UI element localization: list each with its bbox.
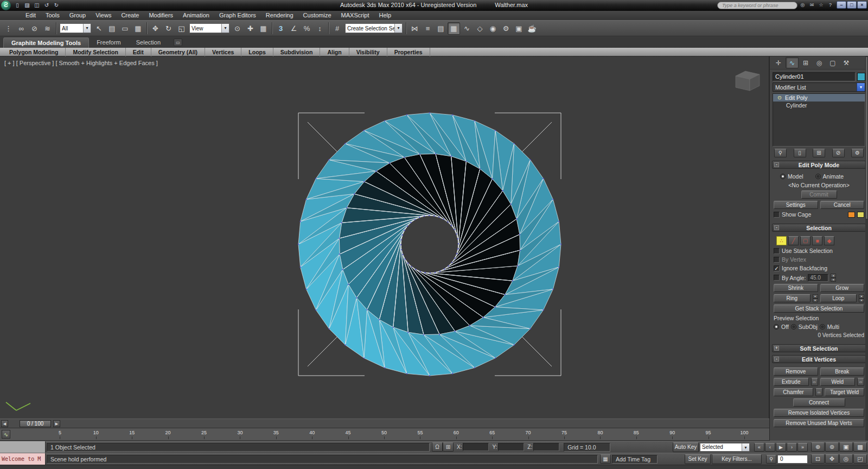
menu-group[interactable]: Group [65, 11, 91, 20]
named-selection-dropdown[interactable]: Create Selection Se [345, 23, 403, 33]
menu-tools[interactable]: Tools [41, 11, 65, 20]
maximize-viewport-toggle-icon[interactable]: ◰ [853, 454, 867, 464]
modify-tab-icon[interactable]: ∿ [786, 57, 799, 68]
ribbon-subtab-visibility[interactable]: Visibility [349, 48, 387, 56]
favorites-icon[interactable]: ☆ [817, 2, 825, 9]
rollout-header-edit-vertices[interactable]: Edit Vertices [772, 355, 866, 363]
shrink-button[interactable]: Shrink [774, 284, 818, 292]
weld-button[interactable]: Weld [820, 378, 856, 386]
polygon-subobject-icon[interactable]: ■ [812, 236, 822, 245]
menu-edit[interactable]: Edit [21, 11, 41, 20]
go-to-end-button[interactable]: » [797, 443, 808, 452]
ribbon-subtab-properties[interactable]: Properties [387, 48, 430, 56]
cage-color-1-swatch[interactable] [848, 212, 855, 218]
snaps-toggle-icon[interactable]: 3 [275, 22, 287, 35]
selection-filter-dropdown[interactable]: All [60, 23, 91, 33]
motion-tab-icon[interactable]: ◎ [813, 57, 826, 68]
perspective-viewport[interactable]: [ + ] [ Perspective ] [ Smooth + Highlig… [0, 56, 769, 419]
ribbon-subtab-subdivision[interactable]: Subdivision [273, 48, 321, 56]
viewport-canvas[interactable] [0, 56, 769, 419]
graphite-ribbon-toggle-icon[interactable]: ▦ [448, 22, 460, 35]
set-key-button[interactable]: Set Key [685, 454, 711, 464]
time-slider-prev-icon[interactable]: ◀ [1, 420, 8, 427]
ribbon-tab-selection[interactable]: Selection [129, 37, 168, 48]
target-weld-button[interactable]: Target Weld [825, 388, 864, 396]
ignore-backfacing-checkbox[interactable] [774, 265, 780, 271]
use-pivot-center-icon[interactable]: ⊙ [231, 22, 244, 35]
modifier-visibility-icon[interactable]: ʘ [776, 95, 783, 100]
close-button[interactable]: × [857, 1, 867, 9]
keyboard-shortcut-icon[interactable]: ▦ [600, 454, 611, 464]
chevron-down-icon[interactable] [857, 83, 865, 91]
chevron-down-icon[interactable] [83, 24, 91, 33]
loop-spinner[interactable] [859, 294, 864, 302]
new-scene-icon[interactable]: ▯ [13, 1, 22, 9]
maxscript-mini-listener[interactable]: Welcome to M [0, 453, 46, 465]
by-angle-field[interactable]: 45.0 [808, 274, 828, 282]
menu-modifiers[interactable]: Modifiers [144, 11, 178, 20]
rollout-header-selection[interactable]: Selection [772, 224, 866, 232]
loop-button[interactable]: Loop [820, 294, 857, 302]
zoom-region-icon[interactable]: ⊡ [811, 454, 825, 464]
window-crossing-icon[interactable]: ▦ [132, 22, 144, 35]
configure-modifier-sets-icon[interactable]: ⚙ [851, 149, 864, 157]
get-stack-selection-button[interactable]: Get Stack Selection [774, 305, 864, 313]
connect-button[interactable]: Connect [793, 398, 845, 407]
select-and-rotate-icon[interactable]: ↻ [162, 22, 175, 35]
keyboard-override-icon[interactable]: ▦ [257, 22, 270, 35]
pin-stack-icon[interactable]: ⚲ [774, 149, 787, 157]
render-setup-icon[interactable]: ⚙ [500, 22, 512, 35]
preview-subobj-radio[interactable] [791, 324, 796, 329]
ribbon-subtab-polygon-modeling[interactable]: Polygon Modeling [2, 48, 66, 56]
angle-snap-icon[interactable]: ∠ [288, 22, 300, 35]
ribbon-subtab-align[interactable]: Align [320, 48, 349, 56]
add-time-tag[interactable]: Add Time Tag [612, 455, 658, 464]
display-tab-icon[interactable]: ▢ [826, 57, 839, 68]
preview-multi-radio[interactable] [820, 324, 825, 329]
rollout-header-soft-selection[interactable]: Soft Selection [772, 344, 866, 352]
menu-create[interactable]: Create [116, 11, 144, 20]
auto-key-button[interactable]: Auto Key [673, 442, 699, 452]
layer-manager-icon[interactable]: ▤ [435, 22, 447, 35]
percent-snap-icon[interactable]: % [301, 22, 313, 35]
ribbon-subtab-loops[interactable]: Loops [241, 48, 273, 56]
reference-coordinate-dropdown[interactable]: View [189, 23, 229, 33]
y-coordinate-field[interactable] [498, 443, 524, 451]
show-cage-checkbox[interactable] [774, 212, 780, 218]
undo-dropdown-icon[interactable]: ↺ [42, 1, 51, 9]
menu-help[interactable]: Help [374, 11, 397, 20]
selection-region-icon[interactable]: ▭ [119, 22, 131, 35]
grow-button[interactable]: Grow [820, 284, 865, 292]
infocenter-search-input[interactable] [717, 2, 797, 9]
ribbon-tab-graphite-modeling-tools[interactable]: Graphite Modeling Tools [3, 37, 89, 48]
key-filters-button[interactable]: Key Filters... [712, 454, 762, 464]
panel-scrollbar[interactable] [865, 56, 868, 441]
material-editor-icon[interactable]: ◉ [487, 22, 499, 35]
weld-settings-icon[interactable] [857, 378, 864, 386]
utilities-tab-icon[interactable]: ⚒ [840, 57, 853, 68]
selection-lock-icon[interactable]: Ω [432, 442, 443, 452]
bind-to-space-warp-icon[interactable]: ≋ [41, 22, 54, 35]
menu-views[interactable]: Views [91, 11, 116, 20]
maximize-button[interactable]: □ [847, 1, 857, 9]
toolbar-drag-handle[interactable]: ⋮ [2, 22, 15, 35]
element-subobject-icon[interactable]: ◆ [824, 236, 834, 245]
ribbon-subtab-edit[interactable]: Edit [126, 48, 151, 56]
3ds-max-logo-icon[interactable]: Ƨ [1, 1, 11, 10]
viewport-label[interactable]: [ + ] [ Perspective ] [ Smooth + Highlig… [4, 60, 158, 66]
cage-color-2-swatch[interactable] [857, 212, 864, 218]
model-radio[interactable] [780, 174, 786, 179]
curve-editor-icon[interactable]: ∿ [461, 22, 473, 35]
go-to-start-button[interactable]: « [754, 443, 764, 452]
collapse-icon[interactable] [774, 162, 779, 167]
orbit-icon[interactable]: ◎ [839, 454, 853, 464]
menu-maxscript[interactable]: MAXScript [336, 11, 374, 20]
mini-curve-editor-icon[interactable]: ∿ [2, 430, 10, 439]
remove-modifier-icon[interactable]: ⊘ [832, 149, 845, 157]
select-object-icon[interactable]: ↖ [93, 22, 105, 35]
remove-button[interactable]: Remove [774, 367, 818, 376]
rollout-header-edit-poly-mode[interactable]: Edit Poly Mode [772, 161, 866, 169]
help-icon[interactable]: ? [826, 2, 834, 9]
object-color-swatch[interactable] [857, 73, 865, 81]
menu-animation[interactable]: Animation [178, 11, 214, 20]
